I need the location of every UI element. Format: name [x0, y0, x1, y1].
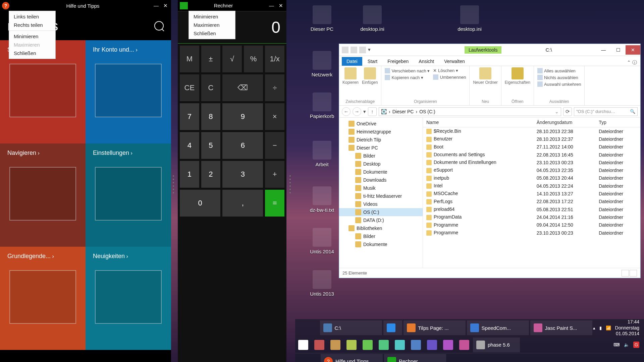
file-row[interactable]: Programme09.04.2014 12:50Dateiordner — [423, 221, 640, 229]
desktop-icon[interactable]: Dieser PC — [305, 5, 339, 32]
file-row[interactable]: PerfLogs22.08.2013 17:22Dateiordner — [423, 198, 640, 205]
menu-links-teilen[interactable]: Links teilen — [9, 12, 55, 21]
file-row[interactable]: Intel04.05.2013 22:24Dateiordner — [423, 182, 640, 190]
nav-fwd-icon[interactable]: → — [353, 107, 361, 116]
nav-item[interactable]: DATA (D:) — [339, 216, 423, 224]
ribbon-neuer-ordner[interactable]: Neuer Ordner — [473, 67, 497, 85]
volume-icon[interactable]: 🔈 — [624, 342, 629, 347]
tile-navigieren[interactable]: Navigieren — [0, 143, 86, 247]
nav-item[interactable]: Desktop — [339, 160, 423, 168]
tray-up-icon[interactable]: ▴ — [593, 325, 595, 330]
task-explorer[interactable]: C:\ — [320, 320, 382, 335]
calc-5[interactable]: 5 — [201, 132, 221, 159]
ribbon-loeschen[interactable]: ✕ Löschen ▾ — [433, 67, 466, 74]
close-icon[interactable]: ✕ — [626, 45, 640, 55]
menu-maximieren[interactable]: Maximieren — [189, 21, 235, 29]
ribbon-nichts-auswaehlen[interactable]: Nichts auswählen — [537, 74, 581, 81]
calc-1[interactable]: 1 — [180, 161, 199, 188]
calc-div[interactable]: ÷ — [265, 74, 284, 101]
ribbon-kopieren[interactable]: Kopieren — [342, 67, 359, 85]
calc-7[interactable]: 7 — [180, 103, 199, 130]
breadcrumb[interactable]: 💽› Dieser PC› OS (C:) ⌄ — [379, 107, 561, 116]
close-icon[interactable]: ✕ — [279, 3, 283, 9]
nav-item[interactable]: Bibliotheken — [339, 224, 423, 232]
col-name[interactable]: Name — [423, 118, 533, 127]
task-help-tips[interactable]: ?Hilfe und Tipps — [321, 354, 383, 362]
nav-item[interactable]: Videos — [339, 200, 423, 208]
pinned-app[interactable] — [328, 338, 343, 352]
menu-minimieren[interactable]: Minimieren — [9, 32, 55, 41]
search-input[interactable]: "OS (C:)" durchsu…🔍 — [574, 107, 638, 116]
desktop-icon[interactable]: Netzwerk — [305, 51, 339, 77]
calc-3[interactable]: 3 — [222, 161, 263, 188]
ribbon-kopieren-nach[interactable]: Kopieren nach ▾ — [385, 74, 430, 81]
qat-icon[interactable] — [351, 47, 357, 53]
snap-drag-handle[interactable] — [288, 174, 292, 194]
nav-back-icon[interactable]: ← — [342, 107, 351, 116]
explorer-titlebar[interactable]: ▾ Laufwerktools C:\ — ☐ ✕ — [339, 44, 640, 56]
contextual-tab[interactable]: Laufwerktools — [465, 46, 501, 54]
chevron-down-icon[interactable]: ⌄ — [555, 109, 559, 114]
nav-item[interactable]: ti-fritz Mediaserver — [339, 192, 423, 200]
file-row[interactable]: $Recycle.Bin28.10.2013 22:38Dateiordner — [423, 127, 640, 135]
calc-9[interactable]: 9 — [222, 103, 263, 130]
calc-titlebar[interactable]: Rechner — ✕ — [178, 0, 286, 11]
shield-icon[interactable]: G — [633, 342, 639, 348]
ribbon-auswahl-umkehren[interactable]: Auswahl umkehren — [537, 81, 581, 87]
nav-item[interactable]: Heimnetzgruppe — [339, 128, 423, 136]
file-row[interactable]: preload6405.08.2013 22:51Dateiordner — [423, 205, 640, 213]
qat-icon[interactable] — [342, 47, 348, 53]
nav-item[interactable]: Dokumente — [339, 240, 423, 248]
snap-drag-handle[interactable] — [171, 174, 176, 194]
help-app-icon[interactable]: ? — [2, 2, 9, 9]
desktop-icon[interactable]: desktop.ini — [356, 5, 389, 32]
ribbon-umbenennen[interactable]: Umbenennen — [433, 74, 466, 80]
keyboard-icon[interactable]: ⌨ — [613, 342, 620, 347]
pinned-app[interactable] — [441, 338, 455, 352]
task-speedcom[interactable]: SpeedCom... — [467, 320, 529, 335]
nav-item[interactable]: Bilder — [339, 232, 423, 240]
ribbon-verschieben[interactable]: Verschieben nach ▾ — [385, 67, 430, 74]
view-large-icon[interactable] — [630, 270, 637, 277]
calc-sub[interactable]: − — [265, 132, 284, 159]
qat-icon[interactable] — [359, 47, 366, 53]
calc-neg[interactable]: ± — [201, 46, 221, 72]
calc-add[interactable]: + — [265, 161, 284, 188]
nav-item[interactable]: Dieser PC — [339, 144, 423, 152]
nav-item[interactable]: Bilder — [339, 152, 423, 160]
menu-minimieren[interactable]: Minimieren — [189, 12, 235, 21]
refresh-icon[interactable]: ⟳ — [563, 107, 572, 116]
nav-item[interactable]: OneDrive — [339, 120, 423, 128]
minimize-icon[interactable]: — — [596, 45, 611, 55]
desktop-icon[interactable]: desktop.ini — [453, 5, 486, 32]
file-row[interactable]: Documents and Settings22.08.2013 16:45Da… — [423, 151, 640, 159]
calc-m[interactable]: M — [180, 46, 199, 72]
pinned-app[interactable] — [457, 338, 472, 352]
col-date[interactable]: Änderungsdatum — [533, 118, 595, 127]
tab-start[interactable]: Start — [363, 57, 382, 66]
pinned-app[interactable] — [425, 338, 439, 352]
tile-einstellungen[interactable]: Einstellungen — [86, 143, 171, 247]
calc-sqrt[interactable]: √ — [222, 46, 242, 72]
file-row[interactable]: Boot27.11.2012 14:00Dateiordner — [423, 143, 640, 151]
tab-datei[interactable]: Datei — [342, 57, 362, 66]
ribbon-eigenschaften[interactable]: Eigenschaften — [505, 67, 530, 85]
nav-item[interactable]: Dokumente — [339, 168, 423, 176]
nav-item[interactable]: Downloads — [339, 176, 423, 184]
task-firefox[interactable]: Tilps Page: ... — [404, 320, 466, 335]
menu-schliessen[interactable]: Schließen — [9, 49, 55, 57]
pinned-app[interactable] — [344, 338, 359, 352]
ribbon-einfuegen[interactable]: Einfügen — [362, 67, 378, 85]
maximize-icon[interactable]: ☐ — [611, 45, 626, 55]
file-row[interactable]: MSOCache14.10.2013 13:27Dateiordner — [423, 190, 640, 197]
task-rechner[interactable]: Rechner — [384, 354, 446, 362]
ribbon-collapse-icon[interactable]: ⌃ ⓘ — [624, 60, 640, 66]
tile-grundlegende[interactable]: Grundlegende... — [0, 247, 86, 350]
view-details-icon[interactable] — [622, 270, 629, 277]
calc-c[interactable]: C — [201, 74, 221, 101]
minimize-icon[interactable]: — — [154, 3, 159, 9]
nav-up-icon[interactable]: ↑ — [368, 107, 377, 116]
pinned-app[interactable] — [376, 338, 391, 352]
pinned-app[interactable] — [392, 338, 407, 352]
file-row[interactable]: ProgramData24.04.2014 21:16Dateiordner — [423, 213, 640, 221]
